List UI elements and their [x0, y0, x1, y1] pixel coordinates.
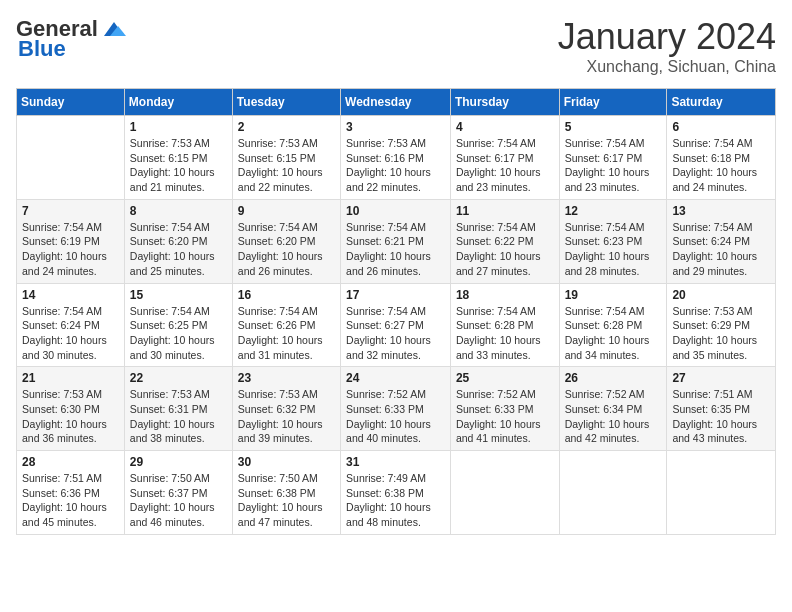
calendar-header-row: SundayMondayTuesdayWednesdayThursdayFrid…: [17, 89, 776, 116]
day-number: 21: [22, 371, 119, 385]
day-number: 20: [672, 288, 770, 302]
calendar-cell: 15Sunrise: 7:54 AMSunset: 6:25 PMDayligh…: [124, 283, 232, 367]
calendar-cell: 18Sunrise: 7:54 AMSunset: 6:28 PMDayligh…: [450, 283, 559, 367]
day-info: Sunrise: 7:52 AMSunset: 6:33 PMDaylight:…: [346, 387, 445, 446]
day-info: Sunrise: 7:54 AMSunset: 6:17 PMDaylight:…: [565, 136, 662, 195]
calendar-cell: [450, 451, 559, 535]
calendar-table: SundayMondayTuesdayWednesdayThursdayFrid…: [16, 88, 776, 535]
day-info: Sunrise: 7:54 AMSunset: 6:28 PMDaylight:…: [456, 304, 554, 363]
calendar-cell: 19Sunrise: 7:54 AMSunset: 6:28 PMDayligh…: [559, 283, 667, 367]
calendar-cell: 20Sunrise: 7:53 AMSunset: 6:29 PMDayligh…: [667, 283, 776, 367]
calendar-cell: 24Sunrise: 7:52 AMSunset: 6:33 PMDayligh…: [341, 367, 451, 451]
day-info: Sunrise: 7:50 AMSunset: 6:38 PMDaylight:…: [238, 471, 335, 530]
logo-blue-text: Blue: [18, 36, 66, 62]
day-info: Sunrise: 7:53 AMSunset: 6:16 PMDaylight:…: [346, 136, 445, 195]
day-number: 26: [565, 371, 662, 385]
calendar-cell: 25Sunrise: 7:52 AMSunset: 6:33 PMDayligh…: [450, 367, 559, 451]
day-info: Sunrise: 7:52 AMSunset: 6:33 PMDaylight:…: [456, 387, 554, 446]
day-info: Sunrise: 7:54 AMSunset: 6:24 PMDaylight:…: [22, 304, 119, 363]
column-header-wednesday: Wednesday: [341, 89, 451, 116]
day-number: 25: [456, 371, 554, 385]
day-number: 30: [238, 455, 335, 469]
calendar-cell: 5Sunrise: 7:54 AMSunset: 6:17 PMDaylight…: [559, 116, 667, 200]
day-number: 15: [130, 288, 227, 302]
logo: General Blue: [16, 16, 128, 62]
calendar-week-row: 1Sunrise: 7:53 AMSunset: 6:15 PMDaylight…: [17, 116, 776, 200]
calendar-week-row: 7Sunrise: 7:54 AMSunset: 6:19 PMDaylight…: [17, 199, 776, 283]
day-info: Sunrise: 7:54 AMSunset: 6:24 PMDaylight:…: [672, 220, 770, 279]
day-number: 7: [22, 204, 119, 218]
day-number: 27: [672, 371, 770, 385]
calendar-cell: 11Sunrise: 7:54 AMSunset: 6:22 PMDayligh…: [450, 199, 559, 283]
calendar-cell: 27Sunrise: 7:51 AMSunset: 6:35 PMDayligh…: [667, 367, 776, 451]
column-header-thursday: Thursday: [450, 89, 559, 116]
day-number: 1: [130, 120, 227, 134]
day-number: 3: [346, 120, 445, 134]
day-info: Sunrise: 7:53 AMSunset: 6:29 PMDaylight:…: [672, 304, 770, 363]
day-info: Sunrise: 7:53 AMSunset: 6:15 PMDaylight:…: [238, 136, 335, 195]
column-header-tuesday: Tuesday: [232, 89, 340, 116]
day-info: Sunrise: 7:54 AMSunset: 6:17 PMDaylight:…: [456, 136, 554, 195]
calendar-cell: 13Sunrise: 7:54 AMSunset: 6:24 PMDayligh…: [667, 199, 776, 283]
day-number: 17: [346, 288, 445, 302]
day-number: 24: [346, 371, 445, 385]
day-info: Sunrise: 7:54 AMSunset: 6:25 PMDaylight:…: [130, 304, 227, 363]
day-info: Sunrise: 7:51 AMSunset: 6:36 PMDaylight:…: [22, 471, 119, 530]
calendar-cell: 4Sunrise: 7:54 AMSunset: 6:17 PMDaylight…: [450, 116, 559, 200]
calendar-cell: 17Sunrise: 7:54 AMSunset: 6:27 PMDayligh…: [341, 283, 451, 367]
day-number: 13: [672, 204, 770, 218]
day-number: 12: [565, 204, 662, 218]
calendar-week-row: 28Sunrise: 7:51 AMSunset: 6:36 PMDayligh…: [17, 451, 776, 535]
calendar-cell: 3Sunrise: 7:53 AMSunset: 6:16 PMDaylight…: [341, 116, 451, 200]
calendar-cell: 23Sunrise: 7:53 AMSunset: 6:32 PMDayligh…: [232, 367, 340, 451]
column-header-friday: Friday: [559, 89, 667, 116]
day-info: Sunrise: 7:54 AMSunset: 6:18 PMDaylight:…: [672, 136, 770, 195]
day-number: 11: [456, 204, 554, 218]
location: Xunchang, Sichuan, China: [558, 58, 776, 76]
day-info: Sunrise: 7:53 AMSunset: 6:30 PMDaylight:…: [22, 387, 119, 446]
day-info: Sunrise: 7:53 AMSunset: 6:15 PMDaylight:…: [130, 136, 227, 195]
day-info: Sunrise: 7:54 AMSunset: 6:28 PMDaylight:…: [565, 304, 662, 363]
day-info: Sunrise: 7:54 AMSunset: 6:19 PMDaylight:…: [22, 220, 119, 279]
day-number: 29: [130, 455, 227, 469]
day-info: Sunrise: 7:54 AMSunset: 6:21 PMDaylight:…: [346, 220, 445, 279]
month-title: January 2024: [558, 16, 776, 58]
calendar-week-row: 14Sunrise: 7:54 AMSunset: 6:24 PMDayligh…: [17, 283, 776, 367]
day-number: 14: [22, 288, 119, 302]
day-info: Sunrise: 7:54 AMSunset: 6:20 PMDaylight:…: [130, 220, 227, 279]
day-number: 6: [672, 120, 770, 134]
calendar-cell: 22Sunrise: 7:53 AMSunset: 6:31 PMDayligh…: [124, 367, 232, 451]
calendar-cell: 14Sunrise: 7:54 AMSunset: 6:24 PMDayligh…: [17, 283, 125, 367]
calendar-cell: 2Sunrise: 7:53 AMSunset: 6:15 PMDaylight…: [232, 116, 340, 200]
calendar-cell: 29Sunrise: 7:50 AMSunset: 6:37 PMDayligh…: [124, 451, 232, 535]
column-header-sunday: Sunday: [17, 89, 125, 116]
day-info: Sunrise: 7:54 AMSunset: 6:27 PMDaylight:…: [346, 304, 445, 363]
page-header: General Blue January 2024 Xunchang, Sich…: [16, 16, 776, 76]
day-info: Sunrise: 7:53 AMSunset: 6:32 PMDaylight:…: [238, 387, 335, 446]
column-header-monday: Monday: [124, 89, 232, 116]
calendar-cell: [667, 451, 776, 535]
title-block: January 2024 Xunchang, Sichuan, China: [558, 16, 776, 76]
day-info: Sunrise: 7:54 AMSunset: 6:23 PMDaylight:…: [565, 220, 662, 279]
day-number: 28: [22, 455, 119, 469]
day-info: Sunrise: 7:54 AMSunset: 6:26 PMDaylight:…: [238, 304, 335, 363]
day-info: Sunrise: 7:52 AMSunset: 6:34 PMDaylight:…: [565, 387, 662, 446]
day-info: Sunrise: 7:54 AMSunset: 6:22 PMDaylight:…: [456, 220, 554, 279]
calendar-cell: 31Sunrise: 7:49 AMSunset: 6:38 PMDayligh…: [341, 451, 451, 535]
calendar-cell: [17, 116, 125, 200]
calendar-cell: 8Sunrise: 7:54 AMSunset: 6:20 PMDaylight…: [124, 199, 232, 283]
day-info: Sunrise: 7:54 AMSunset: 6:20 PMDaylight:…: [238, 220, 335, 279]
calendar-cell: 21Sunrise: 7:53 AMSunset: 6:30 PMDayligh…: [17, 367, 125, 451]
calendar-cell: 12Sunrise: 7:54 AMSunset: 6:23 PMDayligh…: [559, 199, 667, 283]
calendar-week-row: 21Sunrise: 7:53 AMSunset: 6:30 PMDayligh…: [17, 367, 776, 451]
day-number: 10: [346, 204, 445, 218]
logo-icon: [100, 18, 128, 40]
day-info: Sunrise: 7:51 AMSunset: 6:35 PMDaylight:…: [672, 387, 770, 446]
calendar-cell: 30Sunrise: 7:50 AMSunset: 6:38 PMDayligh…: [232, 451, 340, 535]
day-number: 19: [565, 288, 662, 302]
day-number: 22: [130, 371, 227, 385]
day-number: 8: [130, 204, 227, 218]
calendar-cell: 16Sunrise: 7:54 AMSunset: 6:26 PMDayligh…: [232, 283, 340, 367]
calendar-cell: 28Sunrise: 7:51 AMSunset: 6:36 PMDayligh…: [17, 451, 125, 535]
calendar-cell: 26Sunrise: 7:52 AMSunset: 6:34 PMDayligh…: [559, 367, 667, 451]
